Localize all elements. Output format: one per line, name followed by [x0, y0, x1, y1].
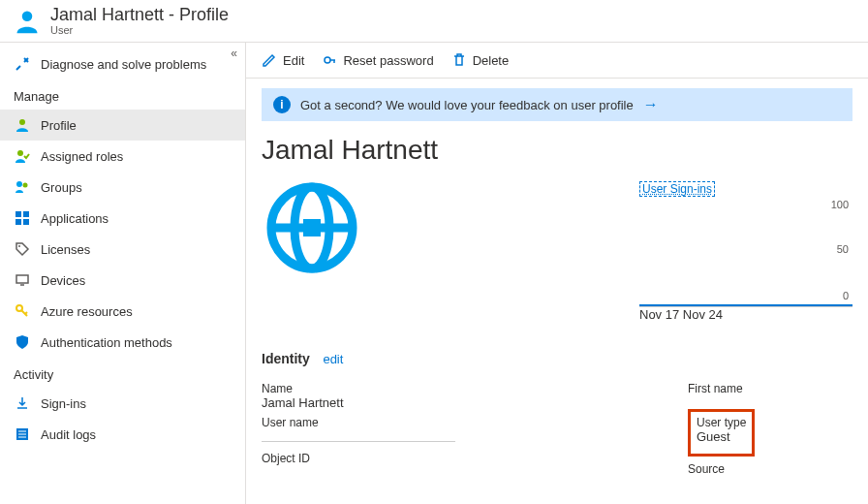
reset-label: Reset password	[343, 53, 433, 68]
user-avatar-icon	[14, 8, 41, 35]
source-label: Source	[688, 462, 852, 476]
sidebar-item-label: Licenses	[41, 242, 90, 257]
identity-heading: Identity	[262, 351, 310, 366]
svg-line-14	[25, 312, 27, 314]
signin-icon	[14, 394, 31, 412]
svg-rect-8	[23, 219, 29, 225]
delete-button[interactable]: Delete	[451, 52, 510, 68]
svg-rect-25	[303, 219, 321, 236]
svg-point-2	[17, 150, 23, 156]
objectid-label: Object ID	[262, 452, 688, 465]
arrow-right-icon: →	[643, 96, 659, 113]
svg-rect-5	[16, 211, 21, 217]
svg-point-19	[325, 57, 330, 63]
header-subtitle: User	[50, 24, 229, 36]
pencil-icon	[262, 52, 277, 68]
chart-area: 100 50 0	[639, 201, 852, 307]
info-icon: i	[273, 96, 291, 113]
sidebar-item-label: Authentication methods	[41, 335, 172, 350]
username-label: User name	[262, 416, 688, 429]
svg-rect-7	[16, 219, 21, 225]
collapse-sidebar-icon[interactable]: «	[231, 47, 237, 60]
sidebar-diagnose[interactable]: Diagnose and solve problems	[0, 48, 245, 79]
name-label: Name	[262, 382, 688, 395]
usertype-value: Guest	[697, 429, 746, 444]
identity-section: Identity edit Name Jamal Hartnett User n…	[262, 351, 852, 476]
signins-chart[interactable]: User Sign-ins 100 50 0 Nov 17 Nov 24	[639, 181, 852, 322]
svg-point-9	[18, 245, 20, 247]
page-header: Jamal Hartnett - Profile User	[0, 0, 868, 43]
person-icon	[14, 116, 31, 134]
sidebar-item-label: Sign-ins	[41, 396, 86, 411]
page-title: Jamal Hartnett	[262, 135, 852, 166]
xtick-0: Nov 17	[639, 307, 679, 322]
usertype-label: User type	[697, 416, 746, 429]
sidebar-item-label: Groups	[41, 180, 82, 195]
svg-point-0	[22, 11, 33, 21]
svg-rect-10	[16, 275, 28, 283]
sidebar-item-label: Profile	[41, 118, 77, 133]
sidebar-item-label: Assigned roles	[41, 149, 123, 164]
sidebar-item-signins[interactable]: Sign-ins	[0, 388, 245, 419]
sidebar-item-label: Azure resources	[41, 304, 133, 319]
list-icon	[14, 425, 31, 443]
edit-button[interactable]: Edit	[262, 52, 304, 68]
sidebar-item-label: Audit logs	[41, 427, 96, 442]
header-title: Jamal Hartnett - Profile	[50, 6, 229, 25]
person-check-icon	[14, 147, 31, 165]
sidebar-item-assigned-roles[interactable]: Assigned roles	[0, 141, 245, 172]
apps-icon	[14, 209, 31, 227]
sidebar-item-applications[interactable]: Applications	[0, 203, 245, 234]
feedback-banner[interactable]: i Got a second? We would love your feedb…	[262, 88, 852, 121]
usertype-highlight: User type Guest	[688, 409, 755, 457]
xtick-1: Nov 24	[683, 307, 723, 322]
sidebar-item-profile[interactable]: Profile	[0, 110, 245, 141]
key-circle-icon	[322, 52, 337, 68]
chart-xaxis: Nov 17 Nov 24	[639, 307, 852, 322]
sidebar-item-auth-methods[interactable]: Authentication methods	[0, 327, 245, 358]
edit-label: Edit	[283, 53, 304, 68]
reset-password-button[interactable]: Reset password	[322, 52, 433, 68]
shield-icon	[14, 333, 31, 351]
globe-icon	[265, 181, 358, 274]
svg-point-4	[23, 183, 28, 188]
wrench-icon	[14, 55, 31, 73]
main-content: Edit Reset password Delete i Got a secon…	[246, 43, 868, 504]
firstname-label: First name	[688, 382, 852, 395]
sidebar-manage-heading: Manage	[0, 79, 245, 110]
sidebar-item-label: Applications	[41, 211, 108, 226]
trash-icon	[451, 52, 467, 68]
banner-text: Got a second? We would love your feedbac…	[300, 98, 634, 112]
svg-point-3	[16, 181, 22, 187]
people-icon	[14, 178, 31, 196]
monitor-icon	[14, 271, 31, 289]
key-icon	[14, 302, 31, 320]
name-value: Jamal Hartnett	[262, 395, 688, 410]
svg-rect-6	[23, 211, 29, 217]
sidebar-item-azure-resources[interactable]: Azure resources	[0, 296, 245, 327]
sidebar: « Diagnose and solve problems Manage Pro…	[0, 43, 246, 504]
identity-edit-link[interactable]: edit	[323, 352, 343, 366]
sidebar-item-licenses[interactable]: Licenses	[0, 234, 245, 265]
sidebar-item-groups[interactable]: Groups	[0, 172, 245, 203]
sidebar-item-label: Devices	[41, 273, 85, 288]
sidebar-diagnose-label: Diagnose and solve problems	[41, 57, 206, 72]
svg-point-1	[19, 119, 25, 125]
user-photo-placeholder	[262, 181, 358, 322]
sidebar-item-devices[interactable]: Devices	[0, 265, 245, 296]
sidebar-activity-heading: Activity	[0, 358, 245, 388]
chart-title[interactable]: User Sign-ins	[639, 181, 715, 197]
tag-icon	[14, 240, 31, 258]
sidebar-item-audit-logs[interactable]: Audit logs	[0, 419, 245, 450]
delete-label: Delete	[473, 53, 510, 68]
toolbar: Edit Reset password Delete	[246, 43, 868, 79]
